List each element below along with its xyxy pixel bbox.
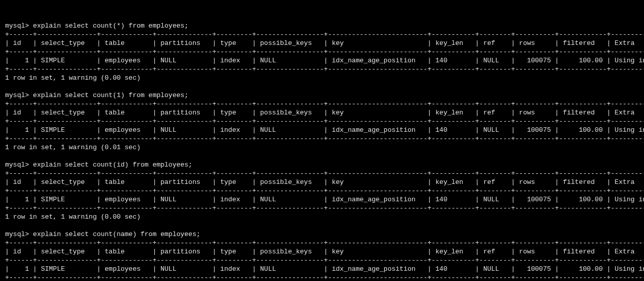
query-1-sep-bot: +------+---------------+-------------+--… bbox=[5, 65, 644, 73]
query-1-footer: 1 row in set, 1 warning (0.00 sec) bbox=[5, 74, 140, 82]
query-1-prompt: mysql> explain select count(*) from empl… bbox=[5, 22, 188, 30]
query-2-sep-mid: +------+---------------+-------------+--… bbox=[5, 118, 644, 125]
query-3-sep-bot: +------+---------------+-------------+--… bbox=[5, 204, 644, 212]
mysql-terminal[interactable]: mysql> explain select count(*) from empl… bbox=[0, 17, 644, 281]
query-4-prompt: mysql> explain select count(name) from e… bbox=[5, 230, 200, 238]
query-4-sep-mid: +------+---------------+-------------+--… bbox=[5, 256, 644, 264]
query-1-data: | 1 | SIMPLE | employees | NULL | index … bbox=[5, 57, 644, 64]
query-2-footer: 1 row in set, 1 warning (0.01 sec) bbox=[5, 144, 140, 151]
query-2-sep-bot: +------+---------------+-------------+--… bbox=[5, 135, 644, 143]
query-2-prompt: mysql> explain select count(1) from empl… bbox=[5, 91, 188, 99]
query-4-data: | 1 | SIMPLE | employees | NULL | index … bbox=[5, 265, 644, 273]
query-3-header: | id | select_type | table | partitions … bbox=[5, 178, 644, 186]
query-3-prompt: mysql> explain select count(id) from emp… bbox=[5, 161, 193, 169]
query-4-header: | id | select_type | table | partitions … bbox=[5, 248, 644, 255]
query-1-sep-mid: +------+---------------+-------------+--… bbox=[5, 48, 644, 56]
query-3-data: | 1 | SIMPLE | employees | NULL | index … bbox=[5, 196, 644, 203]
query-3-sep-mid: +------+---------------+-------------+--… bbox=[5, 187, 644, 195]
query-1-header: | id | select_type | table | partitions … bbox=[5, 39, 644, 47]
query-4-sep-bot: +------+---------------+-------------+--… bbox=[5, 274, 644, 281]
query-3-footer: 1 row in set, 1 warning (0.00 sec) bbox=[5, 213, 140, 221]
query-4-sep-top: +------+---------------+-------------+--… bbox=[5, 239, 644, 247]
query-2-header: | id | select_type | table | partitions … bbox=[5, 109, 644, 116]
query-2-sep-top: +------+---------------+-------------+--… bbox=[5, 100, 644, 108]
query-3-sep-top: +------+---------------+-------------+--… bbox=[5, 170, 644, 177]
query-1-sep-top: +------+---------------+-------------+--… bbox=[5, 31, 644, 38]
query-2-data: | 1 | SIMPLE | employees | NULL | index … bbox=[5, 126, 644, 134]
